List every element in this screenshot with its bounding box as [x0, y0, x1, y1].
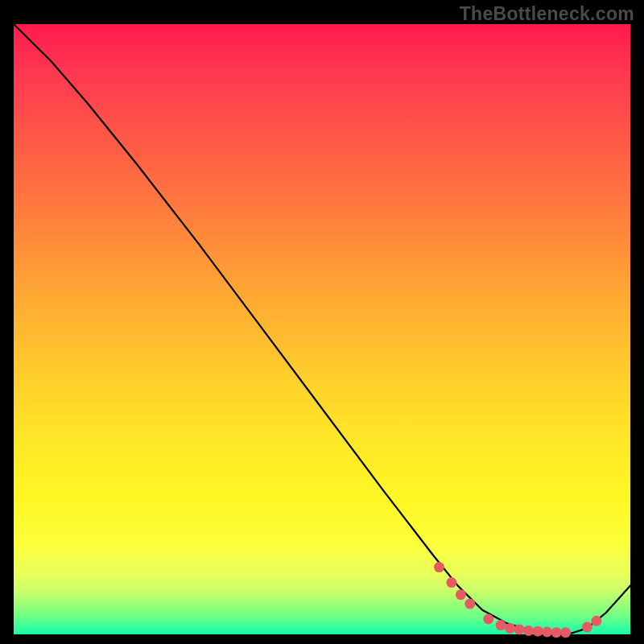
marker-dot: [523, 625, 534, 636]
watermark-text: TheBottleneck.com: [460, 3, 634, 25]
marker-dot: [542, 627, 552, 638]
marker-dot: [591, 616, 601, 626]
marker-dot: [464, 599, 475, 609]
marker-dot: [496, 620, 506, 630]
marker-dot: [582, 621, 592, 632]
marker-dot: [560, 627, 571, 638]
bottleneck-curve: [14, 24, 630, 634]
marker-dot: [533, 626, 543, 637]
curve-layer: [14, 24, 630, 634]
marker-dot: [446, 577, 456, 588]
marker-dot: [483, 614, 493, 625]
curve-markers: [434, 562, 601, 638]
marker-dot: [434, 562, 444, 572]
marker-dot: [505, 623, 515, 634]
chart-frame: TheBottleneck.com: [0, 0, 644, 644]
marker-dot: [514, 624, 525, 634]
marker-dot: [551, 627, 562, 638]
plot-area: [14, 24, 630, 634]
marker-dot: [456, 589, 466, 600]
